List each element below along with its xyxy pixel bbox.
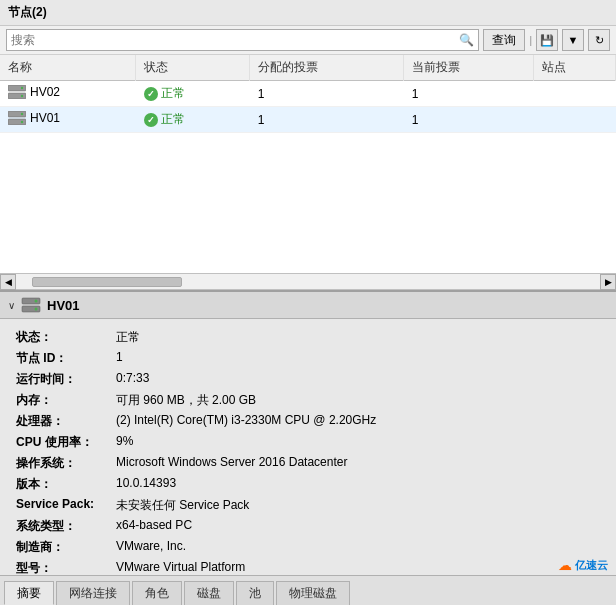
server-icon [21, 297, 41, 313]
svg-point-10 [35, 300, 38, 303]
detail-label: 处理器： [12, 411, 112, 432]
scroll-left[interactable]: ◀ [0, 274, 16, 290]
detail-value: 未安装任何 Service Pack [112, 495, 604, 516]
table-header-row: 名称 状态 分配的投票 当前投票 站点 [0, 55, 616, 81]
detail-value: 0:7:33 [112, 369, 604, 390]
detail-value: 10.0.14393 [112, 474, 604, 495]
cell-allocated-votes: 1 [250, 81, 404, 107]
col-name: 名称 [0, 55, 136, 81]
detail-panel: ∨ HV01 状态： 正常 节点 ID： 1 运行时间： 0:7:33 内存： … [0, 290, 616, 575]
cell-site [534, 81, 616, 107]
cell-status: ✓正常 [136, 107, 250, 133]
detail-value: Microsoft Windows Server 2016 Datacenter [112, 453, 604, 474]
tab-磁盘[interactable]: 磁盘 [184, 581, 234, 605]
bottom-tabs: 摘要网络连接角色磁盘池物理磁盘 [0, 575, 616, 605]
detail-row: 型号： VMware Virtual Platform [12, 558, 604, 575]
detail-content: 状态： 正常 节点 ID： 1 运行时间： 0:7:33 内存： 可用 960 … [0, 319, 616, 575]
cell-name: HV01 [0, 107, 136, 133]
node-name: HV01 [30, 111, 60, 125]
cell-status: ✓正常 [136, 81, 250, 107]
detail-row: 运行时间： 0:7:33 [12, 369, 604, 390]
detail-row: 内存： 可用 960 MB，共 2.00 GB [12, 390, 604, 411]
detail-label: 型号： [12, 558, 112, 575]
tab-摘要[interactable]: 摘要 [4, 581, 54, 605]
detail-row: 系统类型： x64-based PC [12, 516, 604, 537]
search-input[interactable] [11, 33, 459, 47]
tab-角色[interactable]: 角色 [132, 581, 182, 605]
col-status: 状态 [136, 55, 250, 81]
search-box[interactable]: 🔍 [6, 29, 479, 51]
save-button[interactable]: 💾 [536, 29, 558, 51]
detail-value: 1 [112, 348, 604, 369]
query-button[interactable]: 查询 [483, 29, 525, 51]
detail-label: 版本： [12, 474, 112, 495]
col-site: 站点 [534, 55, 616, 81]
collapse-icon[interactable]: ∨ [8, 300, 15, 311]
svg-rect-4 [8, 111, 26, 117]
cell-allocated-votes: 1 [250, 107, 404, 133]
detail-value: VMware Virtual Platform [112, 558, 604, 575]
horizontal-scrollbar[interactable]: ◀ ▶ [0, 273, 616, 289]
dropdown-button[interactable]: ▼ [562, 29, 584, 51]
detail-label: 节点 ID： [12, 348, 112, 369]
detail-row: CPU 使用率： 9% [12, 432, 604, 453]
search-icon[interactable]: 🔍 [459, 33, 474, 47]
svg-rect-5 [8, 119, 26, 125]
detail-label: 状态： [12, 327, 112, 348]
separator: | [529, 35, 532, 46]
col-allocated-votes: 分配的投票 [250, 55, 404, 81]
svg-point-6 [21, 113, 23, 115]
svg-point-7 [21, 121, 23, 123]
detail-row: 处理器： (2) Intel(R) Core(TM) i3-2330M CPU … [12, 411, 604, 432]
cell-name: HV02 [0, 81, 136, 107]
detail-label: Service Pack: [12, 495, 112, 516]
detail-row: 制造商： VMware, Inc. [12, 537, 604, 558]
scrollbar-track [32, 277, 584, 287]
cell-current-votes: 1 [404, 107, 534, 133]
detail-row: 节点 ID： 1 [12, 348, 604, 369]
detail-header: ∨ HV01 [0, 292, 616, 319]
node-server-icon [8, 111, 26, 125]
scrollbar-thumb[interactable] [32, 277, 182, 287]
table-row[interactable]: HV02 ✓正常11 [0, 81, 616, 107]
watermark: ☁ 亿速云 [558, 557, 608, 573]
detail-row: 状态： 正常 [12, 327, 604, 348]
col-current-votes: 当前投票 [404, 55, 534, 81]
svg-point-11 [35, 308, 38, 311]
watermark-text: 亿速云 [575, 558, 608, 573]
node-server-icon [8, 85, 26, 99]
detail-table: 状态： 正常 节点 ID： 1 运行时间： 0:7:33 内存： 可用 960 … [12, 327, 604, 575]
refresh-button[interactable]: ↻ [588, 29, 610, 51]
tab-网络连接[interactable]: 网络连接 [56, 581, 130, 605]
watermark-icon: ☁ [558, 557, 572, 573]
nodes-table: 名称 状态 分配的投票 当前投票 站点 HV02 ✓正常11 [0, 55, 616, 133]
detail-value: x64-based PC [112, 516, 604, 537]
tab-物理磁盘[interactable]: 物理磁盘 [276, 581, 350, 605]
detail-value: 9% [112, 432, 604, 453]
svg-rect-1 [8, 93, 26, 99]
detail-title: HV01 [47, 298, 80, 313]
detail-value: (2) Intel(R) Core(TM) i3-2330M CPU @ 2.2… [112, 411, 604, 432]
svg-point-2 [21, 87, 23, 89]
scroll-right[interactable]: ▶ [600, 274, 616, 290]
detail-value: 可用 960 MB，共 2.00 GB [112, 390, 604, 411]
detail-label: 制造商： [12, 537, 112, 558]
svg-point-3 [21, 95, 23, 97]
cell-current-votes: 1 [404, 81, 534, 107]
cell-site [534, 107, 616, 133]
top-panel: 节点(2) 🔍 查询 | 💾 ▼ ↻ 名称 状态 分配的投票 当前投票 站点 [0, 0, 616, 290]
table-row[interactable]: HV01 ✓正常11 [0, 107, 616, 133]
detail-label: 操作系统： [12, 453, 112, 474]
detail-label: CPU 使用率： [12, 432, 112, 453]
tab-池[interactable]: 池 [236, 581, 274, 605]
svg-rect-0 [8, 85, 26, 91]
detail-row: 版本： 10.0.14393 [12, 474, 604, 495]
detail-label: 运行时间： [12, 369, 112, 390]
toolbar: 🔍 查询 | 💾 ▼ ↻ [0, 26, 616, 55]
detail-value: 正常 [112, 327, 604, 348]
detail-row: Service Pack: 未安装任何 Service Pack [12, 495, 604, 516]
detail-row: 操作系统： Microsoft Windows Server 2016 Data… [12, 453, 604, 474]
nodes-table-container: 名称 状态 分配的投票 当前投票 站点 HV02 ✓正常11 [0, 55, 616, 273]
detail-label: 系统类型： [12, 516, 112, 537]
detail-label: 内存： [12, 390, 112, 411]
